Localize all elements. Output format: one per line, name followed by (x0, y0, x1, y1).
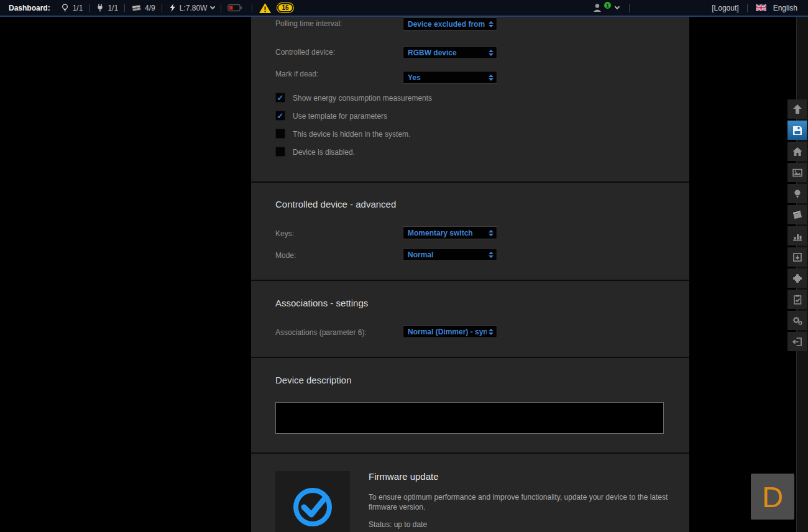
section-title: Device description (275, 375, 352, 385)
controlled-device-select[interactable]: RGBW device (403, 46, 497, 59)
logout-button[interactable] (787, 332, 807, 351)
field-label: Keys: (275, 229, 294, 238)
gears-icon (791, 314, 804, 327)
home-icon (791, 145, 804, 158)
checkbox-label: Device is disabled. (293, 148, 355, 157)
select-arrows-icon (489, 75, 494, 81)
sidebar-item-devices[interactable] (787, 184, 807, 203)
device-pin-icon (791, 188, 804, 200)
sidebar-item-panels[interactable] (787, 290, 807, 309)
field-label: Controlled device: (275, 48, 335, 57)
plug-icon[interactable] (96, 3, 104, 12)
sidebar-toolbar (787, 99, 807, 353)
sidebar-item-energy[interactable] (787, 226, 807, 245)
mode-select[interactable]: Normal (403, 248, 497, 261)
puzzle-icon (791, 272, 804, 285)
plug-stat: 1/1 (108, 4, 118, 12)
bar-chart-icon (791, 230, 804, 242)
warning-icon[interactable] (259, 2, 272, 14)
exit-door-icon (791, 336, 804, 348)
demo-watermark: D (751, 474, 794, 520)
field-label: Mode: (275, 251, 296, 260)
alerts-count-badge[interactable]: 16 (277, 3, 293, 12)
uk-flag-icon (756, 4, 766, 11)
mark-if-dead-select[interactable]: Yes (403, 71, 497, 84)
language-selector[interactable]: English (773, 4, 797, 12)
battery-low-icon[interactable] (227, 4, 242, 12)
chevron-down-icon[interactable] (615, 4, 620, 9)
power-stat: L:7.80W (180, 4, 208, 12)
topbar-session-cluster: [Logout] English (712, 0, 797, 16)
associations-section: Associations - settings Associations (pa… (251, 281, 689, 357)
divider (221, 4, 221, 12)
sidebar-item-scenes[interactable] (787, 205, 807, 224)
scroll-top-button[interactable] (787, 99, 807, 119)
chevron-down-icon[interactable] (210, 4, 215, 9)
power-icon[interactable] (168, 3, 177, 12)
section-title: Associations - settings (275, 298, 368, 308)
firmware-description: To ensure optimum performance and improv… (369, 492, 673, 512)
checkbox-device-disabled[interactable] (275, 147, 285, 157)
topbar: Dashboard: 1/1 1/1 4/9 L:7.80W 16 (0, 0, 808, 17)
topbar-user-cluster: 1 (592, 0, 636, 16)
device-description-textarea[interactable] (275, 402, 664, 434)
sidebar-item-rooms[interactable] (787, 163, 807, 182)
associations-select[interactable]: Normal (Dimmer) - sync (403, 325, 497, 338)
divider (629, 4, 630, 12)
save-icon (791, 124, 804, 137)
money-stat: 4/9 (145, 4, 155, 12)
select-arrows-icon (489, 329, 494, 335)
select-arrows-icon (489, 21, 494, 27)
checkbox-label: Show energy consumption measurements (293, 94, 432, 103)
divider (252, 4, 252, 12)
sidebar-item-plugins[interactable] (787, 268, 807, 288)
description-section: Device description (251, 358, 689, 452)
polling-interval-select[interactable]: Device excluded from (403, 17, 497, 30)
divider (747, 4, 748, 12)
logout-link[interactable]: [Logout] (712, 4, 738, 12)
checkbox-energy-consumption[interactable]: ✓ (275, 93, 285, 103)
watermark-letter: D (762, 480, 783, 514)
rooms-icon (791, 167, 804, 179)
keys-select[interactable]: Momentary switch (403, 226, 497, 239)
sidebar-item-home[interactable] (787, 142, 807, 161)
advanced-section: Controlled device - advanced Keys: Momen… (251, 183, 689, 280)
select-arrows-icon (489, 252, 494, 258)
device-settings-panel: Polling time interval: Device excluded f… (251, 17, 689, 532)
check-circle-icon (286, 479, 339, 532)
checkbox-label: Use template for parameters (293, 112, 387, 121)
box-download-icon (791, 251, 804, 264)
bulb-stat: 1/1 (73, 4, 83, 12)
scenes-icon (791, 209, 804, 221)
checkbox-device-hidden[interactable] (275, 129, 285, 139)
section-title: Firmware update (369, 471, 439, 482)
clipboard-check-icon (791, 293, 804, 306)
sidebar-item-backup[interactable] (787, 247, 807, 267)
section-title: Controlled device - advanced (275, 199, 396, 209)
dashboard-label: Dashboard: (9, 4, 50, 12)
checkbox-use-template[interactable]: ✓ (275, 111, 285, 121)
bulb-icon[interactable] (60, 3, 70, 12)
save-button[interactable] (787, 121, 807, 140)
select-arrows-icon (489, 230, 494, 236)
user-icon[interactable] (592, 3, 602, 12)
general-settings-section: Polling time interval: Device excluded f… (251, 17, 689, 181)
divider (89, 4, 90, 12)
sidebar-item-configuration[interactable] (787, 311, 807, 330)
field-label: Mark if dead: (275, 70, 318, 78)
field-label: Polling time interval: (275, 19, 342, 28)
firmware-status-tile (275, 471, 350, 532)
topbar-status-cluster: Dashboard: 1/1 1/1 4/9 L:7.80W 16 (9, 0, 293, 16)
firmware-status-text: Status: up to date (369, 520, 427, 529)
firmware-section: Firmware update To ensure optimum perfor… (251, 454, 689, 532)
arrow-up-icon (791, 103, 804, 116)
select-arrows-icon (489, 50, 494, 56)
field-label: Associations (parameter 6): (275, 328, 367, 337)
divider (124, 4, 125, 12)
checkbox-label: This device is hidden in the system. (293, 130, 410, 139)
user-count-badge: 1 (604, 1, 612, 9)
money-icon[interactable] (131, 4, 142, 12)
divider (162, 4, 162, 12)
